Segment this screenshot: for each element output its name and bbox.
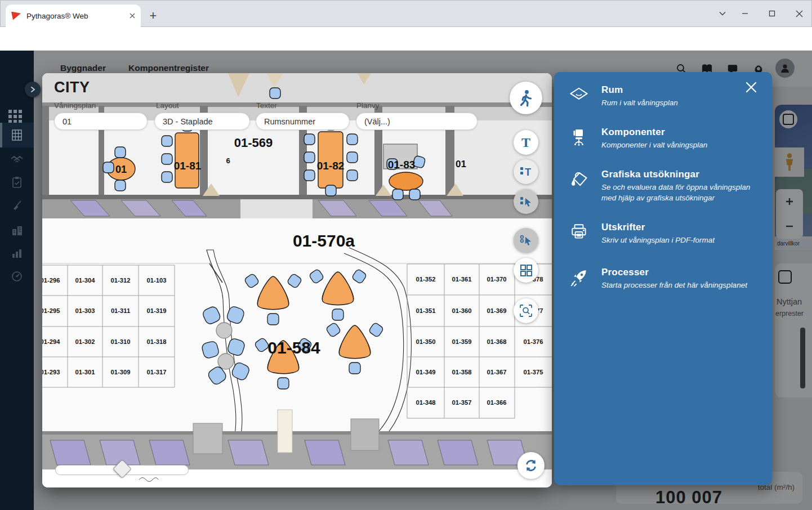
svg-text:01-302: 01-302 xyxy=(75,338,95,345)
panel-item-grafiska[interactable]: Grafiska utsökningar Se och evaluera dat… xyxy=(565,169,759,203)
room-diamond-icon xyxy=(565,84,592,104)
svg-text:01-311: 01-311 xyxy=(111,307,130,314)
svg-text:01-375: 01-375 xyxy=(524,369,543,375)
select-list-tool-button[interactable] xyxy=(514,189,538,214)
panel-item-utskrifter[interactable]: Utskrifter Skriv ut våningsplan i PDF-fo… xyxy=(565,222,759,245)
room-label: 01-81 xyxy=(174,160,202,172)
floorplan-actions-panel: Rum Rum i valt våningsplan Komponenter K… xyxy=(554,72,772,485)
svg-text:01-349: 01-349 xyxy=(416,369,436,375)
room-label: 01 xyxy=(115,164,127,175)
svg-text:01-318: 01-318 xyxy=(147,338,167,345)
panel-close-icon[interactable] xyxy=(743,79,760,96)
new-tab-button[interactable]: + xyxy=(145,8,161,24)
rotate-sync-icon xyxy=(523,458,539,473)
sidebar-item-buildings[interactable] xyxy=(0,123,34,147)
svg-text:01-360: 01-360 xyxy=(452,307,472,314)
vaningsplan-select[interactable]: 01 xyxy=(54,113,148,130)
svg-text:01-317: 01-317 xyxy=(147,369,167,375)
rocket-icon xyxy=(565,267,592,287)
window-close-button[interactable] xyxy=(791,6,807,21)
sidebar-item-handshake[interactable] xyxy=(0,147,34,172)
sidebar-item-properties[interactable] xyxy=(0,218,34,243)
panel-item-subtitle: Rum i valt våningsplan xyxy=(601,98,678,108)
svg-text:01-359: 01-359 xyxy=(452,338,472,345)
svg-text:01-312: 01-312 xyxy=(111,277,131,284)
floorplan-canvas[interactable]: 01 01-81 01-569 6 01-82 01-83 01 01-570a… xyxy=(42,73,552,487)
panel-item-rum[interactable]: Rum Rum i valt våningsplan xyxy=(565,84,759,108)
tab-close-icon[interactable] xyxy=(130,13,135,19)
circles-cursor-icon xyxy=(519,234,533,247)
panel-item-title: Utskrifter xyxy=(601,222,715,233)
zoom-area-icon xyxy=(519,303,533,318)
svg-text:01-370: 01-370 xyxy=(487,276,507,283)
svg-text:01-304: 01-304 xyxy=(75,277,96,284)
app-sidebar xyxy=(0,51,34,510)
panel-item-title: Komponenter xyxy=(601,127,707,138)
sidebar-expand-chevron-icon[interactable] xyxy=(25,82,41,97)
browser-toolbar: pim.pythagoras.se/py_datamanager_interna… xyxy=(0,27,812,51)
room-label: 01-569 xyxy=(234,136,273,150)
text-tool-button[interactable]: T xyxy=(514,130,538,155)
room-label: 01-570a xyxy=(293,231,355,250)
panel-item-subtitle: Starta processer från det här våningspla… xyxy=(601,280,747,290)
svg-text:01-368: 01-368 xyxy=(487,338,507,345)
svg-text:01-296: 01-296 xyxy=(42,277,60,284)
panel-item-komponenter[interactable]: Komponenter Komponenter i valt våningspl… xyxy=(565,127,759,150)
text-list-tool-button[interactable]: T xyxy=(514,159,538,184)
svg-text:01-351: 01-351 xyxy=(416,307,436,314)
svg-text:01-358: 01-358 xyxy=(452,369,472,375)
sidebar-item-reports[interactable] xyxy=(0,241,34,266)
svg-text:01-352: 01-352 xyxy=(416,276,436,283)
panel-item-subtitle: Se och evaluera data för öppna våningspl… xyxy=(601,182,758,203)
layout-label: Layout xyxy=(156,101,179,110)
walk-mode-button[interactable] xyxy=(510,82,542,114)
office-chair-icon xyxy=(565,127,592,147)
svg-text:01-361: 01-361 xyxy=(452,276,472,283)
paint-bucket-icon xyxy=(565,169,592,189)
walking-person-icon xyxy=(517,89,535,107)
svg-text:01-319: 01-319 xyxy=(147,307,167,314)
grid-view-button[interactable] xyxy=(514,258,538,283)
pythagoras-logo-icon xyxy=(11,12,21,20)
texter-label: Texter xyxy=(256,101,277,110)
window-maximize-button[interactable] xyxy=(764,6,780,21)
text-tool-icon: T xyxy=(521,135,530,150)
floor-slider[interactable] xyxy=(55,465,189,475)
window-minimize-button[interactable] xyxy=(737,6,753,21)
panel-item-subtitle: Skriv ut våningsplan i PDF-format xyxy=(601,235,715,245)
browser-titlebar: Pythagoras® Web + xyxy=(0,0,812,27)
rotate-view-button[interactable] xyxy=(517,452,545,479)
sidebar-item-dashboard-gauge[interactable] xyxy=(0,264,34,289)
tab-title: Pythagoras® Web xyxy=(26,12,130,20)
svg-text:01-369: 01-369 xyxy=(487,307,507,314)
printer-icon xyxy=(565,222,592,241)
svg-text:01-294: 01-294 xyxy=(42,338,60,345)
svg-text:01-350: 01-350 xyxy=(416,338,436,345)
grid-squares-icon xyxy=(519,263,533,277)
browser-tab[interactable]: Pythagoras® Web xyxy=(6,5,141,27)
select-circles-tool-button[interactable] xyxy=(514,228,538,253)
room-label: 01-584 xyxy=(267,338,320,357)
svg-text:01-366: 01-366 xyxy=(487,399,507,406)
svg-text:01-103: 01-103 xyxy=(147,277,167,284)
svg-text:01-295: 01-295 xyxy=(42,307,60,314)
panel-item-title: Grafiska utsökningar xyxy=(601,169,758,180)
sidebar-item-clipboard[interactable] xyxy=(0,170,34,195)
planvy-label: Planvy xyxy=(356,101,380,110)
panel-item-title: Rum xyxy=(601,84,678,96)
svg-text:01-293: 01-293 xyxy=(42,369,60,375)
svg-text:01-309: 01-309 xyxy=(111,369,131,375)
tab-search-chevron-icon[interactable] xyxy=(714,6,731,21)
zoom-area-button[interactable] xyxy=(514,298,538,323)
svg-text:01-303: 01-303 xyxy=(75,307,95,314)
svg-text:01-310: 01-310 xyxy=(111,338,131,345)
building-title: CITY xyxy=(54,79,90,96)
layout-select[interactable]: 3D - Staplade xyxy=(154,113,250,130)
planvy-select[interactable]: (Välj...) xyxy=(356,113,478,130)
sidebar-item-cleaning-broom[interactable] xyxy=(0,193,34,218)
panel-item-processer[interactable]: Processer Starta processer från det här … xyxy=(565,267,759,290)
texter-select[interactable]: Rumsnummer xyxy=(256,113,350,130)
apps-grid-icon[interactable] xyxy=(8,109,23,124)
panel-item-subtitle: Komponenter i valt våningsplan xyxy=(601,140,707,150)
vaningsplan-label: Våningsplan xyxy=(54,101,96,110)
